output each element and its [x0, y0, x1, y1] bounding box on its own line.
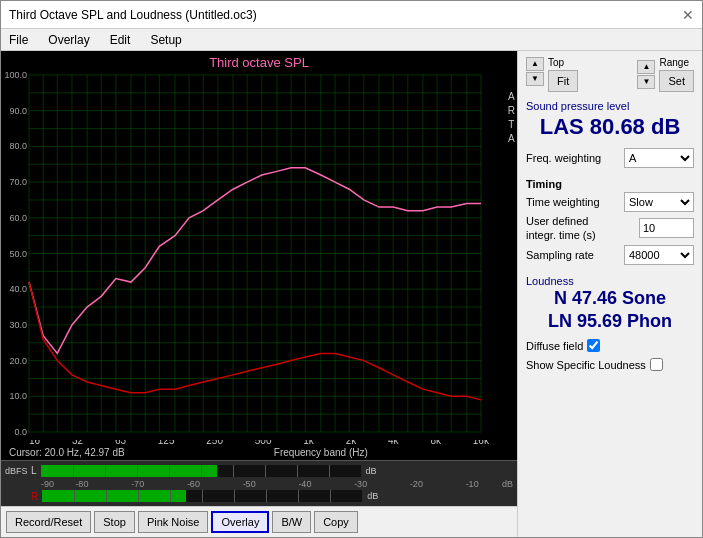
stop-button[interactable]: Stop — [94, 511, 135, 533]
integr-time-row: User defined integr. time (s) — [526, 214, 694, 243]
r-channel-label: R — [31, 491, 38, 502]
range-up-arrow[interactable]: ▲ — [637, 60, 655, 74]
freq-weighting-row: Freq. weighting A C Z — [526, 148, 694, 168]
main-window: Third Octave SPL and Loudness (Untitled.… — [0, 0, 703, 538]
diffuse-field-label: Diffuse field — [526, 340, 583, 352]
pink-noise-button[interactable]: Pink Noise — [138, 511, 209, 533]
range-down-arrow[interactable]: ▼ — [637, 75, 655, 89]
range-set-group: Range Set — [659, 57, 694, 92]
meter-l-canvas — [41, 465, 361, 477]
spl-value: LAS 80.68 dB — [526, 114, 694, 140]
freq-band-label: Cursor: 20.0 Hz, 42.97 dB Frequency band… — [1, 447, 517, 460]
chart-canvas — [1, 70, 491, 440]
top-up-arrow[interactable]: ▲ — [526, 57, 544, 71]
timing-header: Timing — [526, 178, 694, 190]
integr-time-input[interactable] — [639, 218, 694, 238]
set-button[interactable]: Set — [659, 70, 694, 92]
record-reset-button[interactable]: Record/Reset — [6, 511, 91, 533]
spl-section-label: Sound pressure level — [526, 100, 694, 112]
meter-ticks-top: -90 -80 -70 -60 -50 -40 -30 -20 -10 dB — [5, 479, 513, 489]
bw-button[interactable]: B/W — [272, 511, 311, 533]
top-label: Top — [548, 57, 578, 68]
db-unit-label2: dB — [367, 491, 378, 501]
show-specific-label: Show Specific Loudness — [526, 359, 646, 371]
time-weighting-row: Time weighting Slow Fast Impulse — [526, 192, 694, 212]
window-title: Third Octave SPL and Loudness (Untitled.… — [9, 8, 257, 22]
freq-weighting-label: Freq. weighting — [526, 152, 601, 164]
title-bar: Third Octave SPL and Loudness (Untitled.… — [1, 1, 702, 29]
sampling-rate-row: Sampling rate 48000 44100 96000 — [526, 245, 694, 265]
menu-overlay[interactable]: Overlay — [44, 33, 93, 47]
integr-time-label: User defined integr. time (s) — [526, 214, 596, 243]
top-down-arrow[interactable]: ▼ — [526, 72, 544, 86]
time-weighting-label: Time weighting — [526, 196, 600, 208]
show-specific-checkbox[interactable] — [650, 358, 663, 371]
loudness-n-value: N 47.46 Sone — [526, 287, 694, 310]
diffuse-field-checkbox[interactable] — [587, 339, 600, 352]
chart-title: Third octave SPL — [1, 51, 517, 70]
menu-edit[interactable]: Edit — [106, 33, 135, 47]
l-channel-label: L — [31, 465, 37, 476]
show-specific-row: Show Specific Loudness — [526, 358, 694, 371]
chart-area: Third octave SPL dB A R T A 16 32 63 125… — [1, 51, 517, 537]
top-arrow-group: ▲ ▼ — [526, 57, 544, 92]
menu-setup[interactable]: Setup — [146, 33, 185, 47]
loudness-section-label: Loudness — [526, 275, 694, 287]
meter-row-r: dBFS R dB — [5, 489, 513, 505]
db-unit-label: dB — [366, 466, 377, 476]
menu-bar: File Overlay Edit Setup — [1, 29, 702, 51]
main-content: Third octave SPL dB A R T A 16 32 63 125… — [1, 51, 702, 537]
top-controls: ▲ ▼ Top Fit ▲ ▼ Range Set — [526, 57, 694, 92]
spl-section: Sound pressure level LAS 80.68 dB — [526, 100, 694, 142]
arta-label: A R T A — [508, 90, 515, 146]
dbfs-label: dBFS — [5, 466, 27, 476]
bottom-buttons: Record/Reset Stop Pink Noise Overlay B/W… — [1, 506, 517, 537]
chart-container: dB A R T A — [1, 70, 517, 434]
top-fit-group: Top Fit — [548, 57, 578, 92]
freq-weighting-select[interactable]: A C Z — [624, 148, 694, 168]
meter-r-canvas — [42, 490, 362, 502]
r-label-spacer: dBFS — [5, 491, 27, 501]
sampling-rate-label: Sampling rate — [526, 249, 594, 261]
range-arrow-group: ▲ ▼ — [637, 60, 655, 89]
close-icon[interactable]: ✕ — [682, 7, 694, 23]
loudness-section: Loudness N 47.46 Sone LN 95.69 Phon — [526, 275, 694, 334]
right-panel: ▲ ▼ Top Fit ▲ ▼ Range Set — [517, 51, 702, 537]
diffuse-field-row: Diffuse field — [526, 339, 694, 352]
copy-button[interactable]: Copy — [314, 511, 358, 533]
loudness-ln-value: LN 95.69 Phon — [526, 310, 694, 333]
meter-row-l: dBFS L dB — [5, 463, 513, 479]
range-label: Range — [659, 57, 694, 68]
timing-section: Timing Time weighting Slow Fast Impulse … — [526, 174, 694, 267]
meter-section: dBFS L dB -90 -80 -70 -60 -50 -40 -30 -2… — [1, 460, 517, 506]
sampling-rate-select[interactable]: 48000 44100 96000 — [624, 245, 694, 265]
fit-button[interactable]: Fit — [548, 70, 578, 92]
overlay-button[interactable]: Overlay — [211, 511, 269, 533]
time-weighting-select[interactable]: Slow Fast Impulse — [624, 192, 694, 212]
range-group: ▲ ▼ Range Set — [637, 57, 694, 92]
menu-file[interactable]: File — [5, 33, 32, 47]
